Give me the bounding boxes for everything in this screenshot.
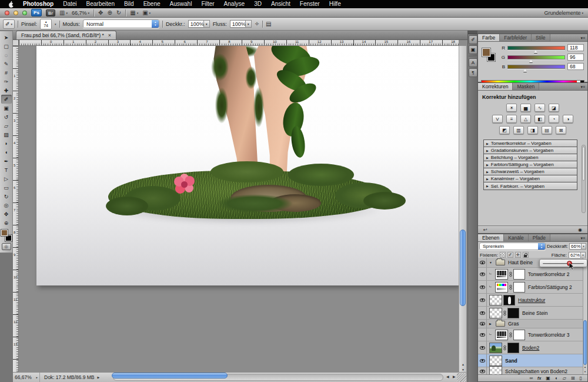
- layer-mask-thumbnail[interactable]: [513, 330, 525, 340]
- adjustments-tab-korrekturen[interactable]: Korrekturen: [478, 83, 513, 90]
- shape-tool[interactable]: ▭: [1, 183, 12, 192]
- vertical-scrollbar-thumb[interactable]: [460, 230, 466, 306]
- channel-slider-knob[interactable]: [523, 69, 527, 72]
- layer-thumbnail[interactable]: [489, 343, 502, 353]
- layer-row-tonwertkorrektur-3[interactable]: ⌐Tonwertkorrektur 3: [478, 328, 587, 341]
- eye-icon[interactable]: [480, 333, 485, 337]
- dock-header[interactable]: [468, 31, 477, 34]
- rotate-3d-tool[interactable]: ↻: [1, 192, 12, 201]
- scroll-up-arrow[interactable]: ▲: [459, 361, 467, 367]
- horizontal-scrollbar-thumb[interactable]: [112, 373, 228, 378]
- eye-icon[interactable]: [480, 370, 485, 373]
- eyedropper-tool[interactable]: ✑: [1, 77, 12, 86]
- slider-track[interactable]: [543, 263, 584, 264]
- schwarzweiss-icon[interactable]: ◧: [534, 115, 545, 123]
- layer-mask-thumbnail[interactable]: [503, 295, 515, 305]
- layer-thumbnail[interactable]: [495, 330, 508, 340]
- eye-icon[interactable]: [480, 322, 485, 325]
- menu-item-bild[interactable]: Bild: [119, 0, 139, 8]
- expand-right-icon[interactable]: ▶: [489, 322, 493, 325]
- color-tab-stile[interactable]: Stile: [532, 34, 550, 41]
- fill-slider-popup[interactable]: [539, 259, 587, 267]
- kanalmixer-icon[interactable]: ◑: [563, 115, 573, 123]
- menu-item-photoshop[interactable]: Photoshop: [18, 0, 58, 8]
- zoom-window-button[interactable]: [22, 11, 27, 15]
- menu-item-fenster[interactable]: Fenster: [295, 0, 325, 8]
- farbbalance-icon[interactable]: △: [520, 115, 531, 123]
- new-layer-icon[interactable]: ⊞: [571, 375, 575, 382]
- zoom-level-button[interactable]: 66,7% ▾: [72, 10, 89, 16]
- foreground-color-swatch[interactable]: [482, 48, 490, 57]
- screen-mode-button[interactable]: ▣ ▾: [142, 9, 151, 16]
- layer-thumbnail[interactable]: [495, 282, 508, 293]
- menu-item-auswahl[interactable]: Auswahl: [165, 0, 197, 8]
- layer-visibility-cell[interactable]: [478, 307, 487, 319]
- color-tab-farbe[interactable]: Farbe: [478, 34, 500, 41]
- apple-menu-icon[interactable]: [5, 1, 18, 8]
- dynamik-icon[interactable]: V: [492, 115, 503, 123]
- layer-thumbnail[interactable]: [489, 308, 502, 318]
- view-extras-button[interactable]: ▥ ▾: [59, 9, 68, 16]
- umkehren-icon[interactable]: ◩: [499, 126, 510, 134]
- layers-scrollbar[interactable]: [583, 258, 587, 374]
- rotate-view-button[interactable]: ↻: [116, 9, 121, 16]
- presets-scrollbar-thumb[interactable]: [582, 147, 585, 181]
- scroll-right-arrow[interactable]: ▶: [453, 374, 456, 378]
- close-window-button[interactable]: [5, 11, 9, 15]
- zoom-tool[interactable]: ⊕: [1, 218, 12, 227]
- new-group-icon[interactable]: ▱: [563, 375, 566, 382]
- blur-tool[interactable]: ◗: [1, 139, 12, 148]
- tontrennung-icon[interactable]: ▥: [513, 126, 524, 134]
- channel-value[interactable]: 96: [567, 54, 584, 61]
- gradationskurven-icon[interactable]: ∿: [534, 104, 545, 112]
- chevron-down-icon[interactable]: ▼: [582, 243, 586, 250]
- menu-item-datei[interactable]: Datei: [58, 0, 81, 8]
- schwellenwert-icon[interactable]: ◨: [527, 126, 538, 134]
- panel-menu-icon[interactable]: ▾≡: [578, 34, 587, 41]
- expand-down-icon[interactable]: ▼: [489, 261, 493, 264]
- marquee-tool[interactable]: ▢: [1, 42, 12, 51]
- resize-grip[interactable]: [457, 373, 466, 382]
- preset-row-gradationskurven-vorgaben[interactable]: ▶Gradationskurven – Vorgaben: [484, 147, 577, 154]
- vertical-ruler[interactable]: 12345678910111213: [13, 46, 19, 372]
- layer-mask-thumbnail[interactable]: [507, 308, 519, 318]
- channel-slider-track[interactable]: [507, 55, 565, 59]
- dodge-tool[interactable]: ◖: [1, 148, 12, 157]
- layer-name[interactable]: Hautstruktur: [518, 297, 545, 303]
- zoom-tool-button[interactable]: ⊕: [107, 9, 112, 16]
- channel-value[interactable]: 68: [567, 63, 584, 70]
- chevron-down-icon[interactable]: ▼: [581, 252, 586, 258]
- klonquelle-panel-icon[interactable]: ▣: [469, 45, 477, 54]
- eye-icon[interactable]: [480, 285, 485, 289]
- eraser-tool[interactable]: ▱: [1, 121, 12, 130]
- channel-slider-track[interactable]: [507, 65, 565, 69]
- path-selection-tool[interactable]: ▷: [1, 174, 12, 183]
- add-layer-mask-icon[interactable]: ▣: [546, 375, 550, 382]
- adjustments-tab-masken[interactable]: Masken: [513, 83, 539, 90]
- layer-thumbnail[interactable]: [489, 295, 502, 305]
- layer-visibility-cell[interactable]: [478, 281, 487, 293]
- horizontal-ruler[interactable]: 0123456789101112131415161718: [19, 40, 459, 46]
- eye-icon[interactable]: [480, 359, 485, 363]
- panel-toggle-icon[interactable]: ▤: [266, 21, 271, 27]
- menu-item-hilfe[interactable]: Hilfe: [325, 0, 346, 8]
- move-tool[interactable]: ➤: [1, 33, 12, 42]
- layers-tab-ebenen[interactable]: Ebenen: [478, 234, 504, 241]
- absatz-panel-icon[interactable]: ¶: [469, 68, 477, 77]
- menu-item-analyse[interactable]: Analyse: [219, 0, 250, 8]
- brush-size-picker[interactable]: ● 74: [40, 19, 52, 29]
- layer-name[interactable]: Boden2: [522, 345, 539, 351]
- selektive-farbkorrektur-icon[interactable]: ⊠: [556, 126, 566, 134]
- layer-visibility-cell[interactable]: [478, 367, 487, 374]
- layer-row-beine-stein[interactable]: Beine Stein: [478, 307, 587, 320]
- farbton-saettigung-icon[interactable]: ≡: [506, 115, 517, 123]
- photoshop-app-icon[interactable]: Ps: [31, 9, 42, 16]
- layer-row-farbton-s-ttigung-2[interactable]: ⌐Farbton/Sättigung 2: [478, 281, 587, 294]
- scroll-down-arrow[interactable]: ▼: [583, 370, 587, 374]
- status-expand-icon[interactable]: ▶: [98, 376, 100, 379]
- menu-item-filter[interactable]: Filter: [196, 0, 219, 8]
- layer-thumbnail[interactable]: [489, 366, 502, 375]
- pen-tool[interactable]: ✒: [1, 157, 12, 165]
- quick-selection-tool[interactable]: ✎: [1, 59, 12, 68]
- menu-item-3d[interactable]: 3D: [249, 0, 266, 8]
